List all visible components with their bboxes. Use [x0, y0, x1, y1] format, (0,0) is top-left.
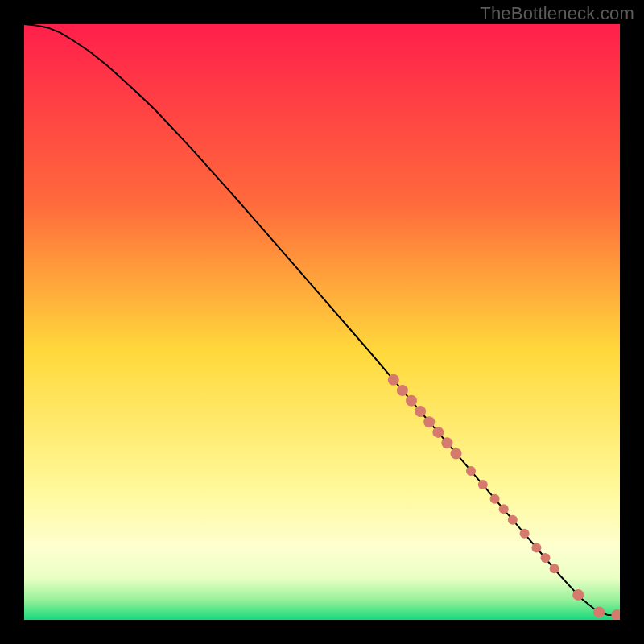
- marker-dot: [466, 466, 476, 476]
- marker-dot: [423, 416, 435, 427]
- marker-dot: [499, 504, 509, 514]
- marker-dot: [572, 589, 584, 601]
- marker-dot: [490, 494, 500, 504]
- marker-dot: [397, 385, 408, 396]
- marker-dot: [406, 395, 417, 407]
- plot-area: [24, 24, 620, 620]
- chart-frame: TheBottleneck.com: [0, 0, 644, 644]
- marker-dot: [508, 515, 518, 525]
- marker-dot: [388, 374, 399, 386]
- marker-dot: [478, 480, 488, 489]
- marker-dot: [432, 427, 444, 438]
- marker-dot: [451, 448, 462, 460]
- marker-dot: [520, 529, 530, 539]
- chart-svg: [24, 24, 620, 620]
- marker-dot: [531, 543, 541, 552]
- marker-dot: [441, 437, 452, 448]
- marker-dot: [541, 553, 551, 563]
- marker-dot: [550, 564, 559, 573]
- marker-dot: [415, 406, 426, 417]
- gradient-background: [24, 24, 620, 620]
- marker-dot: [593, 606, 605, 617]
- watermark-text: TheBottleneck.com: [480, 3, 634, 24]
